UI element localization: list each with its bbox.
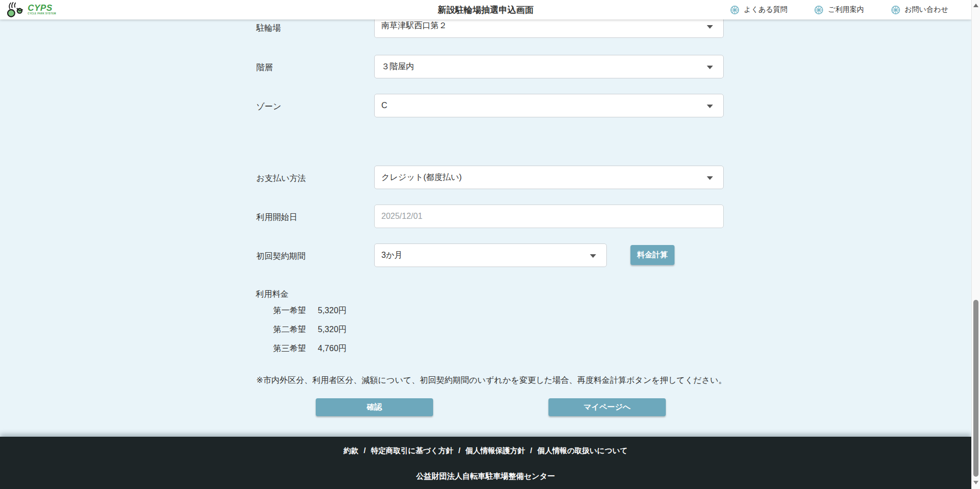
payment-select-value: クレジット(都度払い) [381, 172, 462, 183]
recalculation-note: ※市内外区分、利用者区分、減額について、初回契約期間のいずれかを変更した場合、再… [256, 375, 727, 386]
guide-link-label: ご利用案内 [828, 5, 864, 14]
payment-select[interactable]: クレジット(都度払い) [374, 166, 724, 189]
wheel-icon [814, 5, 824, 15]
commercial-transactions-link[interactable]: 特定商取引に基づく方針 [371, 446, 454, 455]
chevron-down-icon [590, 254, 596, 258]
contact-link-label: お問い合わせ [905, 5, 948, 14]
chevron-down-icon [707, 66, 713, 69]
app-header: CYPS CYCLE PARK SYSTEM 新設駐輪場抽選申込画面 よくある質… [0, 0, 971, 19]
wheel-icon [730, 5, 740, 15]
cyps-tagline: CYCLE PARK SYSTEM [28, 13, 56, 15]
application-screen: 駐輪場 南草津駅西口第２ 階層 ３階屋内 ゾーン C お支払い方法 クレジット(… [0, 0, 980, 489]
fee-third-value: 4,760円 [318, 343, 346, 354]
scrollbar-thumb[interactable] [973, 300, 978, 477]
fees-title: 利用料金 [256, 289, 289, 300]
confirm-button[interactable]: 確認 [316, 398, 433, 416]
footer-separator: / [364, 446, 366, 455]
start-date-label: 利用開始日 [256, 212, 297, 223]
start-date-input[interactable]: 2025/12/01 [374, 205, 724, 228]
personal-info-handling-link[interactable]: 個人情報の取扱いについて [537, 446, 627, 455]
wheel-icon [891, 5, 901, 15]
faq-link-label: よくある質問 [744, 5, 787, 14]
header-links: よくある質問 ご利用案内 お問い合わせ [730, 0, 948, 19]
zone-label: ゾーン [256, 101, 281, 112]
fee-third-label: 第三希望 [273, 343, 318, 354]
floor-select-value: ３階屋内 [381, 62, 414, 72]
app-footer: 約款 / 特定商取引に基づく方針 / 個人情報保護方針 / 個人情報の取扱いにつ… [0, 437, 971, 489]
parking-label: 駐輪場 [256, 23, 281, 34]
privacy-policy-link[interactable]: 個人情報保護方針 [465, 446, 525, 455]
fee-first-value: 5,320円 [318, 305, 346, 316]
floor-label: 階層 [256, 63, 273, 73]
contract-period-select[interactable]: 3か月 [374, 243, 607, 267]
chevron-down-icon [707, 176, 713, 180]
footer-links: 約款 / 特定商取引に基づく方針 / 個人情報保護方針 / 個人情報の取扱いにつ… [0, 446, 971, 456]
fee-row-first: 第一希望 5,320円 [273, 305, 346, 316]
parking-select-value: 南草津駅西口第２ [381, 21, 447, 31]
mypage-button[interactable]: マイページへ [548, 398, 666, 416]
cyps-logo[interactable]: CYPS CYCLE PARK SYSTEM [5, 2, 56, 17]
cyps-brand: CYPS [28, 4, 56, 12]
terms-link[interactable]: 約款 [344, 446, 359, 455]
payment-label: お支払い方法 [256, 173, 306, 184]
contract-period-label: 初回契約期間 [256, 251, 305, 262]
guide-link[interactable]: ご利用案内 [814, 5, 864, 15]
fee-row-third: 第三希望 4,760円 [273, 343, 346, 354]
start-date-value: 2025/12/01 [381, 212, 422, 221]
fee-first-label: 第一希望 [273, 305, 318, 316]
vertical-scrollbar[interactable] [971, 0, 980, 489]
fee-second-label: 第二希望 [273, 324, 318, 335]
faq-link[interactable]: よくある質問 [730, 5, 787, 15]
fee-second-value: 5,320円 [318, 324, 346, 335]
zone-select-value: C [381, 101, 387, 110]
fee-row-second: 第二希望 5,320円 [273, 324, 346, 335]
chevron-down-icon [707, 105, 713, 108]
zone-select[interactable]: C [374, 94, 724, 117]
cyps-logo-text: CYPS CYCLE PARK SYSTEM [28, 4, 56, 15]
fee-calculate-button[interactable]: 料金計算 [630, 245, 675, 265]
scrollbar-up-arrow-icon[interactable] [973, 4, 978, 7]
footer-separator: / [458, 446, 460, 455]
organization-name: 公益財団法人自転車駐車場整備センター [0, 472, 971, 481]
scrollbar-down-arrow-icon[interactable] [973, 481, 978, 484]
footer-separator: / [530, 446, 532, 455]
contract-period-select-value: 3か月 [381, 250, 402, 261]
chevron-down-icon [707, 25, 713, 29]
cyps-bicycle-icon [5, 2, 26, 17]
floor-select[interactable]: ３階屋内 [374, 55, 724, 78]
contact-link[interactable]: お問い合わせ [891, 5, 948, 15]
page-title: 新設駐輪場抽選申込画面 [438, 0, 534, 19]
